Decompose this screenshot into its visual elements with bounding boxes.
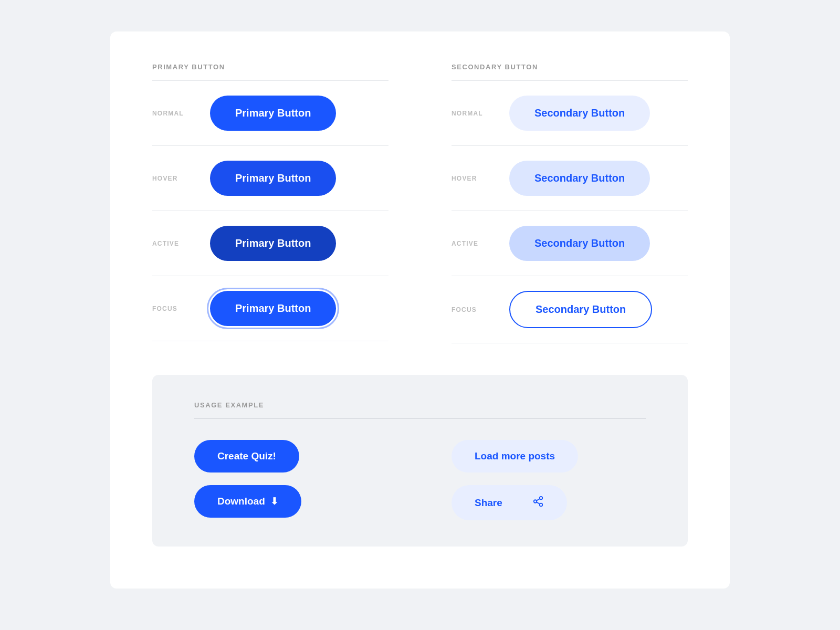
svg-line-3 [537, 502, 540, 504]
primary-column: PRIMARY BUTTON NORMAL Primary Button HOV… [152, 63, 420, 343]
primary-active-label: ACTIVE [152, 240, 210, 247]
primary-hover-label: HOVER [152, 175, 210, 182]
primary-focus-row: FOCUS Primary Button [152, 276, 388, 341]
primary-focus-label: FOCUS [152, 305, 210, 312]
download-button[interactable]: Download ⬇ [194, 485, 301, 518]
page-wrapper: PRIMARY BUTTON NORMAL Primary Button HOV… [110, 32, 730, 589]
download-label: Download [217, 496, 265, 507]
primary-column-title: PRIMARY BUTTON [152, 63, 388, 71]
svg-line-4 [537, 499, 540, 501]
share-icon [532, 496, 544, 510]
secondary-normal-label: NORMAL [452, 110, 509, 117]
primary-normal-row: NORMAL Primary Button [152, 81, 388, 146]
secondary-focus-row: FOCUS Secondary Button [452, 276, 688, 343]
usage-section: USAGE EXAMPLE Create Quiz! Download ⬇ Lo… [152, 375, 688, 547]
secondary-normal-button[interactable]: Secondary Button [509, 96, 650, 131]
secondary-hover-label: HOVER [452, 175, 509, 182]
usage-columns: Create Quiz! Download ⬇ Load more posts … [194, 440, 646, 520]
secondary-active-label: ACTIVE [452, 240, 509, 247]
usage-title: USAGE EXAMPLE [194, 401, 646, 409]
share-label: Share [475, 497, 502, 509]
primary-hover-button[interactable]: Primary Button [210, 161, 336, 196]
svg-point-2 [540, 503, 543, 507]
secondary-column: SECONDARY BUTTON NORMAL Secondary Button… [420, 63, 688, 343]
primary-active-row: ACTIVE Primary Button [152, 211, 388, 276]
secondary-column-title: SECONDARY BUTTON [452, 63, 688, 71]
secondary-active-row: ACTIVE Secondary Button [452, 211, 688, 276]
create-quiz-button[interactable]: Create Quiz! [194, 440, 299, 472]
top-section: PRIMARY BUTTON NORMAL Primary Button HOV… [152, 63, 688, 343]
secondary-normal-row: NORMAL Secondary Button [452, 81, 688, 146]
load-more-posts-label: Load more posts [475, 450, 555, 462]
primary-normal-button[interactable]: Primary Button [210, 96, 336, 131]
primary-hover-row: HOVER Primary Button [152, 146, 388, 211]
download-icon: ⬇ [270, 496, 278, 507]
usage-primary-col: Create Quiz! Download ⬇ [194, 440, 420, 520]
secondary-focus-label: FOCUS [452, 306, 509, 313]
primary-focus-button[interactable]: Primary Button [210, 291, 336, 326]
usage-divider [194, 418, 646, 419]
share-button[interactable]: Share [452, 485, 567, 520]
load-more-posts-button[interactable]: Load more posts [452, 440, 578, 472]
svg-point-0 [540, 497, 543, 500]
secondary-focus-button[interactable]: Secondary Button [509, 291, 652, 328]
create-quiz-label: Create Quiz! [217, 450, 276, 462]
secondary-hover-row: HOVER Secondary Button [452, 146, 688, 211]
secondary-hover-button[interactable]: Secondary Button [509, 161, 650, 196]
primary-active-button[interactable]: Primary Button [210, 226, 336, 261]
secondary-active-button[interactable]: Secondary Button [509, 226, 650, 261]
primary-normal-label: NORMAL [152, 110, 210, 117]
svg-point-1 [534, 500, 537, 503]
usage-secondary-col: Load more posts Share [420, 440, 646, 520]
